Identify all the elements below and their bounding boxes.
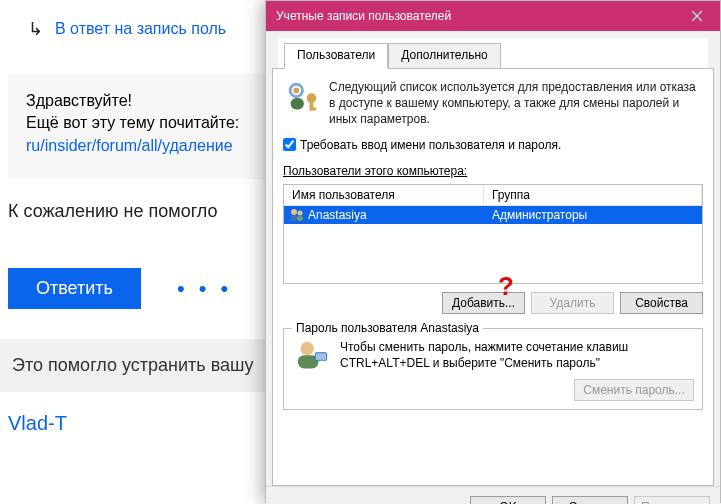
annotation-question-mark: ? [498, 271, 514, 302]
users-list-label: Пользователи этого компьютера: [283, 164, 703, 178]
more-actions-button[interactable]: • • • [177, 276, 232, 302]
user-properties-button[interactable]: Свойства [620, 292, 703, 314]
quoted-link[interactable]: ru/insider/forum/all/удаление [26, 137, 233, 154]
user-list-row[interactable]: Anastasiya Администраторы [284, 206, 702, 224]
require-login-checkbox-row[interactable]: Требовать ввод имени пользователя и паро… [283, 138, 703, 152]
users-list-header[interactable]: Имя пользователя Группа [284, 185, 702, 206]
dialog-description: Следующий список используется для предос… [329, 79, 703, 128]
tab-advanced[interactable]: Дополнительно [388, 43, 500, 69]
ok-button[interactable]: OK [470, 496, 546, 505]
reply-to-text[interactable]: В ответ на запись поль [55, 20, 226, 38]
svg-rect-16 [316, 353, 326, 360]
require-login-checkbox[interactable] [283, 138, 296, 151]
svg-rect-10 [290, 215, 298, 221]
svg-point-6 [307, 93, 316, 102]
col-header-group[interactable]: Группа [484, 185, 702, 206]
user-icon [288, 208, 304, 222]
dialog-title: Учетные записи пользователей [276, 9, 451, 23]
svg-rect-8 [310, 107, 317, 110]
users-listview[interactable]: Имя пользователя Группа Anastasiya Админ… [283, 184, 703, 284]
tab-strip: Пользователи Дополнительно [278, 38, 708, 68]
tab-panel-users: Следующий список используется для предос… [272, 68, 714, 486]
dialog-titlebar[interactable]: Учетные записи пользователей [266, 1, 720, 31]
user-group-cell: Администраторы [484, 208, 702, 222]
svg-rect-5 [291, 98, 304, 109]
change-password-button: Сменить пароль... [574, 379, 694, 401]
reply-button[interactable]: Ответить [8, 268, 141, 309]
user-name-cell: Anastasiya [308, 208, 367, 222]
password-groupbox: Пароль пользователя Anastasiya Чтобы сме… [283, 328, 703, 410]
user-accounts-dialog: Учетные записи пользователей Пользовател… [265, 0, 721, 503]
reply-arrow-icon: ↳ [28, 18, 43, 40]
delete-user-button: Удалить [531, 292, 614, 314]
col-header-username[interactable]: Имя пользователя [284, 185, 484, 206]
tab-users[interactable]: Пользователи [284, 43, 388, 69]
password-description: Чтобы сменить пароль, нажмите сочетание … [340, 339, 694, 371]
cancel-button[interactable]: Отмена [552, 496, 628, 505]
dialog-footer: OK Отмена Применить [266, 486, 720, 504]
svg-rect-12 [297, 216, 303, 221]
close-button[interactable] [674, 1, 720, 31]
password-groupbox-legend: Пароль пользователя Anastasiya [292, 321, 483, 335]
user-action-buttons: Добавить... Удалить Свойства [283, 292, 703, 314]
password-user-icon [292, 339, 330, 371]
apply-button: Применить [634, 496, 710, 505]
svg-point-9 [291, 209, 297, 215]
svg-point-13 [301, 341, 314, 354]
user-keys-icon [283, 79, 321, 113]
close-icon [692, 11, 702, 21]
svg-point-4 [293, 88, 299, 94]
svg-point-11 [298, 210, 303, 215]
require-login-label: Требовать ввод имени пользователя и паро… [300, 138, 561, 152]
